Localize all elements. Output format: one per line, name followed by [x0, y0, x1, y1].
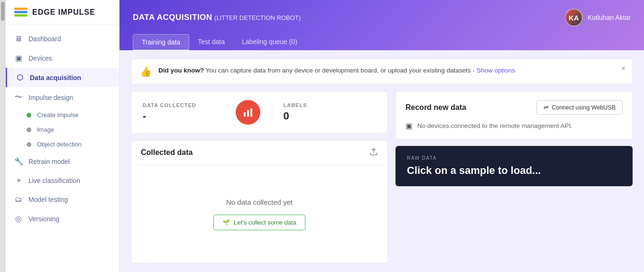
header: DATA ACQUISITION (LITTER DETECTION ROBOT… [120, 0, 644, 50]
sidebar-sub-image[interactable]: Image [6, 122, 119, 137]
collect-btn-icon: 🌱 [222, 219, 230, 226]
collected-data-card: Collected data No data collected yet [131, 140, 388, 263]
left-panel: DATA COLLECTED - LABELS 0 [131, 91, 388, 263]
empty-text: No data collected yet [226, 198, 293, 206]
stat-labels: LABELS 0 [284, 102, 377, 122]
card-body: No data collected yet 🌱 Let's collect so… [131, 165, 387, 263]
svg-rect-1 [247, 110, 249, 117]
card-header: Collected data [131, 141, 387, 165]
data-collected-label: DATA COLLECTED [143, 102, 236, 108]
collect-btn-label: Let's collect some data [234, 219, 296, 226]
scrollbar-thumb[interactable] [1, 2, 5, 21]
logo-icon [14, 8, 28, 17]
dot-gray-icon-2 [27, 142, 31, 147]
sidebar-item-retrain-model[interactable]: 🔧 Retrain model [6, 152, 119, 171]
retrain-icon: 🔧 [14, 157, 23, 166]
avatar: KA [565, 9, 583, 27]
sub-item-label: Create impulse [37, 111, 78, 118]
sidebar: EDGE IMPULSE 🖥 Dashboard ▣ Devices ⬡ Dat… [6, 0, 120, 272]
dashboard-icon: 🖥 [14, 35, 23, 43]
content-grid: DATA COLLECTED - LABELS 0 [131, 91, 633, 263]
upload-icon[interactable] [369, 147, 378, 158]
banner-body: You can capture data from any device or … [204, 67, 475, 74]
raw-data-label: RAW DATA [407, 155, 621, 161]
stat-data-collected: DATA COLLECTED - [143, 102, 236, 122]
record-card: Record new data ⇌ Connect using WebUSB ▣… [396, 91, 633, 139]
record-header: Record new data ⇌ Connect using WebUSB [405, 100, 623, 115]
header-title-area: DATA ACQUISITION (LITTER DETECTION ROBOT… [133, 13, 301, 22]
sidebar-item-impulse-design[interactable]: 〜 Impulse design [6, 87, 119, 108]
close-banner-button[interactable]: × [621, 65, 626, 73]
sidebar-item-devices[interactable]: ▣ Devices [6, 48, 119, 68]
sidebar-item-label: Devices [28, 54, 52, 62]
tab-test-data[interactable]: Test data [189, 34, 233, 50]
device-icon: ▣ [405, 121, 413, 130]
card-title: Collected data [141, 148, 193, 157]
sidebar-item-data-acquisition[interactable]: ⬡ Data acquisition [6, 68, 119, 87]
body-area: 👍 Did you know? You can capture data fro… [120, 50, 644, 272]
sidebar-item-label: Retrain model [28, 158, 70, 165]
sidebar-sub-object-detection[interactable]: Object detection [6, 137, 119, 152]
page-subtitle: (LITTER DETECTION ROBOT) [214, 14, 301, 21]
versioning-icon: ◎ [14, 214, 23, 223]
stat-divider [272, 103, 272, 122]
banner-text: Did you know? You can capture data from … [158, 66, 624, 75]
sidebar-item-label: Versioning [28, 215, 59, 223]
sidebar-item-label: Dashboard [28, 35, 61, 43]
impulse-design-icon: 〜 [14, 92, 23, 102]
banner-bold: Did you know? [158, 67, 204, 74]
sub-item-label: Object detection [37, 141, 82, 148]
labels-label: LABELS [284, 102, 377, 108]
device-msg-text: No devices connected to the remote manag… [417, 122, 572, 129]
thumbs-up-icon: 👍 [140, 66, 152, 77]
sidebar-item-label: Model testing [28, 196, 68, 203]
page-title: DATA ACQUISITION [133, 13, 212, 22]
sidebar-item-versioning[interactable]: ◎ Versioning [6, 209, 119, 228]
webusb-btn-label: Connect using WebUSB [552, 104, 616, 111]
sidebar-item-label: Impulse design [28, 94, 73, 101]
tab-training-data[interactable]: Training data [133, 34, 189, 50]
svg-rect-2 [250, 109, 252, 117]
header-tabs: Training data Test data Labeling queue (… [133, 34, 631, 50]
sidebar-item-label: Live classification [28, 177, 80, 184]
dot-green-icon [27, 113, 31, 118]
scrollbar[interactable] [0, 0, 6, 272]
model-testing-icon: 🗂 [14, 195, 23, 204]
user-info: KA Kutluhan Aktar [565, 9, 631, 27]
data-collected-value: - [143, 110, 236, 122]
raw-data-card[interactable]: RAW DATA Click on a sample to load... [396, 146, 633, 186]
logo-bar-2 [14, 11, 28, 13]
tab-labeling-queue[interactable]: Labeling queue (0) [233, 34, 306, 50]
logo-area: EDGE IMPULSE [6, 0, 119, 25]
logo-text: EDGE IMPULSE [32, 8, 95, 17]
live-class-icon: ⌖ [14, 176, 23, 185]
show-options-link[interactable]: Show options [477, 67, 515, 74]
labels-value: 0 [284, 110, 377, 122]
collect-data-button[interactable]: 🌱 Let's collect some data [213, 215, 305, 230]
devices-icon: ▣ [14, 54, 23, 63]
user-name: Kutluhan Aktar [588, 14, 631, 21]
data-acquisition-icon: ⬡ [16, 73, 24, 82]
logo-bar-1 [14, 8, 28, 10]
chart-icon [236, 100, 260, 125]
svg-rect-0 [244, 112, 246, 117]
connect-webusb-button[interactable]: ⇌ Connect using WebUSB [536, 100, 623, 115]
device-message: ▣ No devices connected to the remote man… [405, 121, 623, 130]
sidebar-item-live-classification[interactable]: ⌖ Live classification [6, 171, 119, 190]
sub-item-label: Image [37, 126, 54, 133]
record-title: Record new data [405, 103, 466, 112]
logo-bar-3 [14, 14, 28, 17]
sidebar-item-model-testing[interactable]: 🗂 Model testing [6, 190, 119, 209]
dot-gray-icon [27, 127, 31, 132]
header-top: DATA ACQUISITION (LITTER DETECTION ROBOT… [133, 9, 631, 27]
stats-row: DATA COLLECTED - LABELS 0 [131, 91, 388, 134]
usb-icon: ⇌ [543, 104, 549, 111]
right-panel: Record new data ⇌ Connect using WebUSB ▣… [396, 91, 633, 263]
sidebar-nav: 🖥 Dashboard ▣ Devices ⬡ Data acquisition… [6, 25, 119, 272]
sidebar-item-label: Data acquisition [30, 74, 81, 82]
sidebar-item-dashboard[interactable]: 🖥 Dashboard [6, 29, 119, 48]
raw-data-title: Click on a sample to load... [407, 164, 621, 177]
sidebar-sub-create-impulse[interactable]: Create impulse [6, 108, 119, 122]
info-banner: 👍 Did you know? You can capture data fro… [131, 59, 633, 84]
main-content: DATA ACQUISITION (LITTER DETECTION ROBOT… [120, 0, 644, 272]
